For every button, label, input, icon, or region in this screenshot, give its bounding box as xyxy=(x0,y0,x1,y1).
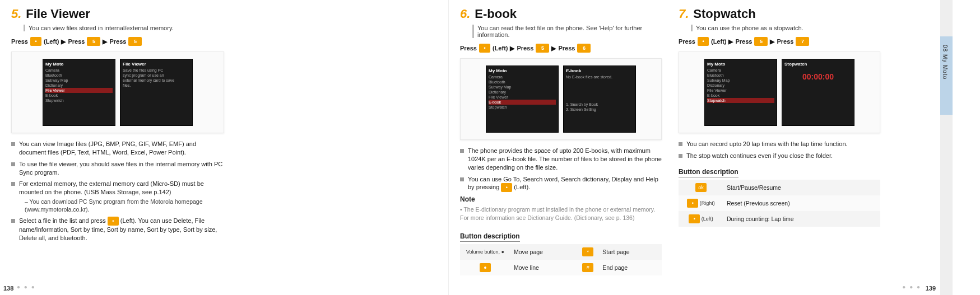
bullet-item: The stop watch continues even if you clo… xyxy=(679,152,880,160)
section-5-press-line: Press • (Left) ▶ Press 5 ▶ Press 5 xyxy=(11,37,224,46)
press-label: Press xyxy=(679,38,695,45)
section-6-lead: You can read the text file on the phone.… xyxy=(472,25,662,38)
screen-header: My Moto xyxy=(489,68,556,73)
section-5-bullets: You can view Image files (JPG, BMP, PNG,… xyxy=(11,140,224,242)
key-desc: During counting: Lap time xyxy=(723,211,880,227)
button-description-title: Button description xyxy=(679,168,739,177)
bullet-text: To use the file viewer, you should save … xyxy=(19,161,222,176)
screen-header: File Viewer xyxy=(123,62,190,67)
bullet-item: Select a file in the list and press • (L… xyxy=(11,217,224,242)
ok-key-icon: ok xyxy=(695,183,707,192)
section-7-bullets: You can record upto 20 lap times with th… xyxy=(679,140,880,160)
section-5-left-column: 5. File Viewer You can view files stored… xyxy=(11,7,224,246)
table-row: • (Left) During counting: Lap time xyxy=(679,211,880,227)
bullet-text: The stop watch continues even if you clo… xyxy=(686,152,833,159)
key-6-icon: 6 xyxy=(577,44,591,53)
key-desc: Start/Pause/Resume xyxy=(723,180,880,195)
key-5-icon: 5 xyxy=(754,37,768,46)
note-body: • The E-dictionary program must installe… xyxy=(460,205,662,222)
section-7-button-table: ok Start/Pause/Resume • (Right) Reset (P… xyxy=(679,180,880,227)
press-label: Press xyxy=(68,38,85,45)
press-side: (Left) xyxy=(711,38,727,45)
page-number-right: 139 xyxy=(926,285,936,292)
soft-key-left-icon: • xyxy=(479,44,490,53)
press-label: Press xyxy=(558,45,575,51)
section-6-bullets: The phone provides the space of upto 200… xyxy=(460,147,662,192)
table-row: • (Right) Reset (Previous screen) xyxy=(679,195,880,211)
press-label: Press xyxy=(735,38,752,45)
soft-key-left-icon: • xyxy=(698,37,709,46)
key-5-icon: 5 xyxy=(536,44,549,53)
section-7-press-line: Press • (Left) ▶ Press 5 ▶ Press 7 xyxy=(679,37,880,46)
arrow-icon: ▶ xyxy=(728,38,733,45)
key-desc: Move page xyxy=(510,244,577,260)
bullet-item: To use the file viewer, you should save … xyxy=(11,160,224,177)
star-key-icon: * xyxy=(582,247,593,256)
section-6-number: 6. xyxy=(460,7,470,21)
press-label: Press xyxy=(517,45,533,51)
page-dots-icon: ● ● ● xyxy=(17,284,36,290)
bullet-text: You can record upto 20 lap times with th… xyxy=(686,141,848,147)
arrow-icon: ▶ xyxy=(103,38,107,45)
bullet-item: The phone provides the space of upto 200… xyxy=(460,147,662,172)
phone-screen-menu: My Moto CameraBluetoothSubway MapDiction… xyxy=(486,65,559,133)
page-dots-icon: ● ● ● xyxy=(902,284,921,290)
chapter-tab-label: 08 My Moto xyxy=(942,45,948,79)
nav-key-icon: ● xyxy=(480,263,491,272)
table-row: Volume button, ● Move page * Start page xyxy=(460,244,662,260)
section-5-screenshots: My Moto CameraBluetoothSubway MapDiction… xyxy=(11,51,224,133)
section-6-column: 6. E-book You can read the text file on … xyxy=(460,7,662,275)
arrow-icon: ▶ xyxy=(551,45,556,52)
arrow-icon: ▶ xyxy=(61,38,66,45)
stopwatch-time: 00:00:00 xyxy=(784,72,852,81)
key-cell: Volume button, ● xyxy=(460,244,510,260)
press-label: Press xyxy=(777,38,793,45)
key-5-icon: 5 xyxy=(128,37,142,46)
phone-screen-fileviewer: File Viewer Save the files using PCsync … xyxy=(120,59,193,126)
section-7-column: 7. Stopwatch You can use the phone as a … xyxy=(679,7,880,227)
section-6-title: 6. E-book xyxy=(460,7,662,21)
section-6-title-text: E-book xyxy=(475,7,517,21)
phone-screen-menu: My Moto CameraBluetoothSubway MapDiction… xyxy=(43,59,115,126)
button-description-title: Button description xyxy=(460,232,520,242)
key-desc: Start page xyxy=(599,244,662,260)
section-5-number: 5. xyxy=(11,7,21,21)
screen-header: E-book xyxy=(566,68,633,73)
phone-screen-ebook: E-book No E-book files are stored. 1. Se… xyxy=(563,65,636,133)
arrow-icon: ▶ xyxy=(770,38,774,45)
bullet-text: You can use Go To, Search word, Search d… xyxy=(468,176,658,191)
bullet-item: You can record upto 20 lap times with th… xyxy=(679,140,880,148)
bullet-sub: – You can download PC Sync program from … xyxy=(19,198,224,213)
key-desc: Move line xyxy=(510,260,577,275)
press-side: (Left) xyxy=(44,38,59,45)
bullet-item: You can use Go To, Search word, Search d… xyxy=(460,175,662,193)
page-number-left: 138 xyxy=(3,285,13,292)
section-5-title: 5. File Viewer xyxy=(11,7,224,21)
section-5-lead: You can view files stored in internal/ex… xyxy=(24,25,224,31)
bullet-text: Select a file in the list and press xyxy=(19,217,108,224)
press-label: Press xyxy=(109,38,126,45)
table-row: ok Start/Pause/Resume xyxy=(679,180,880,195)
page-138: 5. File Viewer You can view files stored… xyxy=(0,0,448,295)
section-5-title-text: File Viewer xyxy=(26,7,90,21)
section-6-screenshots: My Moto CameraBluetoothSubway MapDiction… xyxy=(460,58,662,140)
note-title: Note xyxy=(460,195,662,203)
key-desc: Reset (Previous screen) xyxy=(723,195,880,211)
section-7-screenshots: My Moto CameraBluetoothSubway MapDiction… xyxy=(679,51,880,133)
page-139: 6. E-book You can read the text file on … xyxy=(448,0,953,295)
screen-header: My Moto xyxy=(707,62,774,67)
section-6-press-line: Press • (Left) ▶ Press 5 ▶ Press 6 xyxy=(460,44,662,53)
section-5-right-column: Note • The image displayed on the phone … xyxy=(17,246,230,295)
screen-header: Stopwatch xyxy=(784,62,852,67)
soft-key-left-icon: • xyxy=(689,214,700,223)
press-label: Press xyxy=(460,45,477,51)
section-7-title: 7. Stopwatch xyxy=(679,7,880,21)
bullet-text: The phone provides the space of upto 200… xyxy=(468,147,662,171)
bullet-text: You can view Image files (JPG, BMP, PNG,… xyxy=(19,141,196,156)
bullet-text: (Left). xyxy=(512,184,530,190)
bullet-item: For external memory, the external memory… xyxy=(11,180,224,213)
hash-key-icon: # xyxy=(582,263,593,272)
soft-key-left-icon: • xyxy=(108,217,119,226)
phone-screen-menu: My Moto CameraBluetoothSubway MapDiction… xyxy=(704,59,777,126)
section-7-number: 7. xyxy=(679,7,689,21)
